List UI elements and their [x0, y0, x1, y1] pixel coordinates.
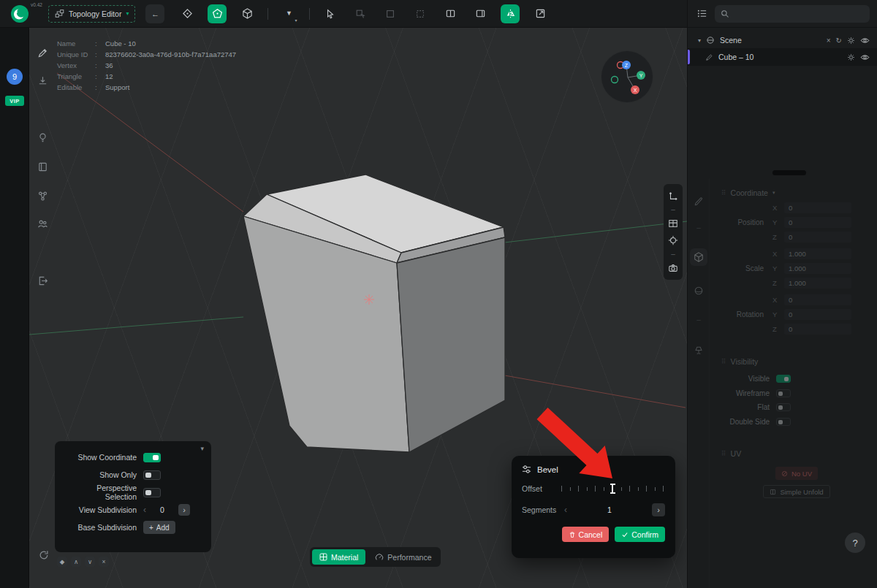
camera-icon	[668, 263, 678, 273]
sync-button[interactable]	[37, 548, 51, 562]
position-x-field[interactable]: 0	[784, 202, 851, 213]
cube-icon	[694, 252, 704, 262]
orientation-gizmo[interactable]: Z Y X	[601, 50, 653, 103]
pen-tool-button[interactable]	[35, 45, 50, 60]
select-cursor-button[interactable]	[321, 4, 340, 23]
download-button[interactable]	[35, 73, 50, 88]
split-view-button[interactable]	[441, 4, 460, 23]
pivot-tool-button[interactable]	[178, 4, 197, 23]
no-uv-button[interactable]: No UV	[775, 467, 818, 480]
grid-table-button[interactable]	[668, 218, 678, 229]
add-subdivision-button[interactable]: +Add	[143, 521, 175, 534]
focus-target-button[interactable]	[668, 235, 678, 245]
sphere-icon	[694, 286, 704, 296]
tab-object[interactable]	[690, 248, 707, 266]
info-label: Editable	[57, 82, 95, 93]
toolbar-divider	[309, 8, 310, 20]
face-mode-dropdown[interactable]: ▼ ▾	[279, 4, 298, 23]
rotation-z-field[interactable]: 0	[784, 324, 851, 335]
back-button[interactable]: ←	[145, 4, 164, 23]
scale-z-field[interactable]: 1.000	[784, 278, 851, 289]
tab-light[interactable]	[690, 342, 707, 359]
offset-slider[interactable]	[560, 484, 665, 494]
community-button[interactable]	[35, 216, 50, 231]
panel-drag-handle[interactable]	[772, 170, 806, 175]
visibility-section-header[interactable]: ⠿ Visibility	[721, 357, 870, 366]
cube-tool-button[interactable]	[238, 4, 257, 23]
eye-icon[interactable]	[860, 53, 870, 62]
cursor-box-button[interactable]	[351, 4, 370, 23]
marquee-select-button[interactable]	[411, 4, 430, 23]
hint-chip[interactable]: ◆	[57, 557, 67, 567]
segments-increase-button[interactable]: ›	[652, 503, 665, 516]
visible-toggle[interactable]	[776, 375, 791, 383]
subdivision-value[interactable]: 0	[146, 505, 178, 514]
tab-material-ball[interactable]	[690, 282, 707, 299]
refresh-icon[interactable]: ↻	[836, 37, 842, 45]
position-z-field[interactable]: 0	[784, 232, 851, 243]
snapshot-button[interactable]	[668, 263, 678, 273]
export-view-button[interactable]	[531, 4, 550, 23]
cube-right-face[interactable]	[397, 237, 505, 452]
position-y-field[interactable]: 0	[784, 217, 851, 228]
selection-accent	[688, 50, 690, 64]
tab-performance[interactable]: Performance	[368, 549, 438, 565]
show-only-toggle[interactable]	[143, 470, 161, 480]
gizmo-neg-y[interactable]	[612, 77, 618, 83]
perspective-selection-toggle[interactable]	[143, 488, 161, 497]
avatar[interactable]: 9	[7, 69, 23, 85]
segments-value[interactable]: 1	[567, 505, 652, 514]
cube-mesh[interactable]	[243, 175, 505, 452]
axis-tool-button[interactable]	[668, 191, 678, 201]
scale-x-field[interactable]: 1.000	[784, 248, 851, 259]
node-graph-button[interactable]	[35, 188, 50, 203]
collapse-chevron-icon[interactable]: ▾	[200, 445, 204, 452]
scene-tree-item-cube[interactable]: Cube – 10	[688, 48, 877, 66]
double-side-toggle[interactable]	[776, 418, 791, 426]
plus-icon: +	[149, 524, 153, 532]
side-panel-button[interactable]	[471, 4, 490, 23]
uv-section-header[interactable]: ⠿ UV	[721, 449, 870, 458]
gizmo-y-label: Y	[639, 73, 643, 78]
gear-icon[interactable]	[847, 53, 855, 61]
subdivision-increase-button[interactable]: ›	[178, 504, 190, 516]
tab-material[interactable]: Material	[312, 549, 365, 565]
hint-chip[interactable]: ×	[99, 557, 109, 567]
mirror-tool-button[interactable]	[501, 4, 520, 23]
scale-y-field[interactable]: 1.000	[784, 263, 851, 274]
gear-icon[interactable]	[847, 37, 855, 45]
exit-button[interactable]	[35, 273, 50, 288]
show-coordinate-toggle[interactable]	[143, 453, 161, 462]
simple-unfold-button[interactable]: Simple Unfold	[763, 485, 829, 498]
collapse-all-icon[interactable]: ×	[827, 37, 831, 45]
confirm-button[interactable]: Confirm	[615, 527, 665, 542]
unfold-icon	[770, 489, 776, 495]
hint-chip[interactable]: ∧	[71, 557, 81, 567]
search-input[interactable]	[734, 9, 864, 18]
hint-chip[interactable]: ∨	[85, 557, 95, 567]
scale-group: Scale X1.000 Y1.000 Z1.000	[721, 248, 870, 289]
app-logo[interactable]	[10, 4, 29, 23]
tab-paint[interactable]	[690, 193, 707, 210]
outliner-toggle-button[interactable]	[696, 8, 707, 19]
library-button[interactable]	[35, 159, 50, 174]
rotation-x-field[interactable]: 0	[784, 294, 851, 305]
wireframe-toggle[interactable]	[776, 389, 791, 397]
solid-mode-button[interactable]	[208, 4, 227, 23]
search-box[interactable]	[715, 5, 870, 23]
viewport-3d[interactable]: NameCube - 10 Unique ID82376602-3a0a-476…	[29, 28, 687, 588]
rotation-y-field[interactable]: 0	[784, 309, 851, 320]
light-tool-button[interactable]	[35, 130, 50, 145]
mode-selector[interactable]: Topology Editor ▾	[48, 5, 135, 23]
chevron-down-icon[interactable]: ▾	[698, 37, 701, 44]
flat-toggle[interactable]	[776, 403, 791, 411]
help-button[interactable]: ?	[845, 532, 865, 553]
scene-tree-root[interactable]: ▾ Scene × ↻	[688, 32, 877, 48]
cancel-button[interactable]: Cancel	[562, 527, 610, 542]
text-cursor-icon	[612, 484, 613, 493]
info-label: Name	[57, 38, 95, 49]
square-select-button[interactable]	[381, 4, 400, 23]
coordinate-section-header[interactable]: ⠿ Coordinate ▾	[721, 188, 870, 197]
eye-icon[interactable]	[860, 36, 870, 45]
axis-line-green	[504, 221, 687, 243]
